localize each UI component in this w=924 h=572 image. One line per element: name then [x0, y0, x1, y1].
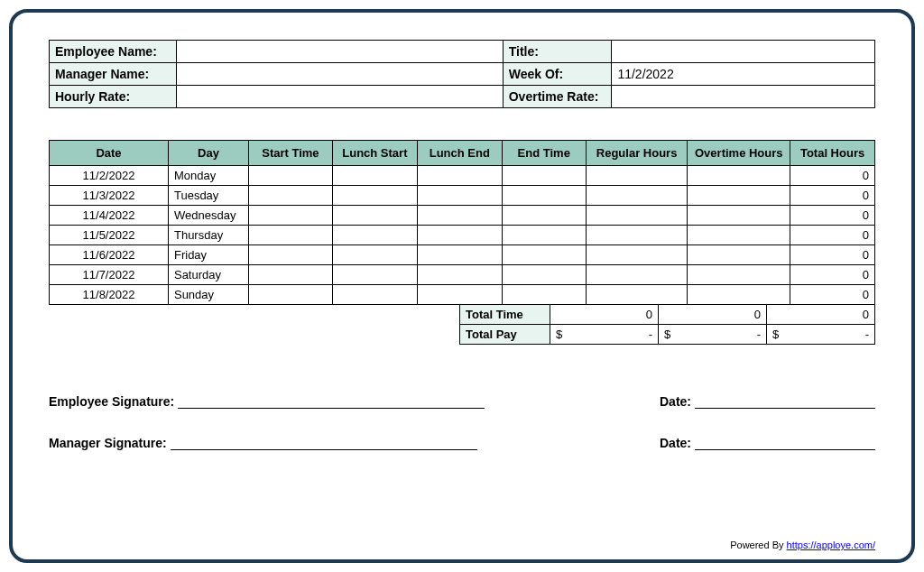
lunch-end-cell[interactable] — [417, 206, 502, 226]
lunch-end-cell[interactable] — [417, 226, 502, 245]
overtime-cell — [688, 265, 790, 285]
start-cell[interactable] — [248, 265, 332, 285]
date-cell: 11/5/2022 — [50, 226, 169, 245]
title-label: Title: — [503, 41, 612, 63]
col-end-header: End Time — [502, 141, 586, 166]
title-value[interactable] — [612, 41, 875, 63]
total-pay-row: Total Pay $- $- $- — [460, 325, 875, 345]
day-cell: Tuesday — [168, 186, 248, 206]
start-cell[interactable] — [248, 186, 332, 206]
lunch-start-cell[interactable] — [332, 166, 417, 186]
lunch-start-cell[interactable] — [332, 186, 417, 206]
date-cell: 11/3/2022 — [50, 186, 169, 206]
end-cell[interactable] — [502, 265, 586, 285]
col-start-header: Start Time — [248, 141, 332, 166]
total-time-row: Total Time 0 0 0 — [460, 305, 875, 325]
total-pay-total: $- — [767, 325, 875, 345]
date-cell: 11/2/2022 — [50, 166, 169, 186]
header-row-2: Manager Name: Week Of: 11/2/2022 — [50, 63, 875, 86]
footer: Powered By https://apploye.com/ — [730, 540, 875, 550]
timesheet-header-row: Date Day Start Time Lunch Start Lunch En… — [50, 141, 875, 166]
day-cell: Friday — [168, 245, 248, 265]
manager-name-label: Manager Name: — [50, 63, 177, 86]
table-row: 11/3/2022 Tuesday 0 — [50, 186, 875, 206]
totals-table: Total Time 0 0 0 Total Pay $- $- $- — [459, 304, 875, 345]
week-of-label: Week Of: — [503, 63, 612, 86]
overtime-cell — [688, 166, 790, 186]
overtime-rate-value[interactable] — [612, 86, 875, 108]
regular-cell — [586, 285, 688, 305]
total-pay-label: Total Pay — [460, 325, 550, 345]
end-cell[interactable] — [502, 226, 586, 245]
date-cell: 11/8/2022 — [50, 285, 169, 305]
total-pay-regular: $- — [550, 325, 659, 345]
overtime-cell — [688, 226, 790, 245]
table-row: 11/8/2022 Sunday 0 — [50, 285, 875, 305]
hourly-rate-label: Hourly Rate: — [50, 86, 177, 108]
end-cell[interactable] — [502, 285, 586, 305]
employee-signature-line[interactable] — [178, 408, 485, 409]
lunch-end-cell[interactable] — [417, 285, 502, 305]
total-cell: 0 — [790, 265, 875, 285]
manager-signature-label: Manager Signature: — [49, 436, 167, 450]
start-cell[interactable] — [248, 166, 332, 186]
date-cell: 11/7/2022 — [50, 265, 169, 285]
total-cell: 0 — [790, 166, 875, 186]
regular-cell — [586, 265, 688, 285]
manager-signature-row: Manager Signature: Date: — [49, 436, 875, 450]
lunch-end-cell[interactable] — [417, 265, 502, 285]
total-time-total: 0 — [767, 305, 875, 325]
start-cell[interactable] — [248, 245, 332, 265]
end-cell[interactable] — [502, 166, 586, 186]
manager-date-label: Date: — [660, 436, 691, 450]
end-cell[interactable] — [502, 186, 586, 206]
employee-name-value[interactable] — [176, 41, 503, 63]
end-cell[interactable] — [502, 206, 586, 226]
regular-cell — [586, 245, 688, 265]
hourly-rate-value[interactable] — [176, 86, 503, 108]
employee-signature-row: Employee Signature: Date: — [49, 394, 875, 409]
manager-name-value[interactable] — [176, 63, 503, 86]
regular-cell — [586, 186, 688, 206]
table-row: 11/2/2022 Monday 0 — [50, 166, 875, 186]
lunch-end-cell[interactable] — [417, 245, 502, 265]
day-cell: Monday — [168, 166, 248, 186]
col-day-header: Day — [168, 141, 248, 166]
timesheet-document: Employee Name: Title: Manager Name: Week… — [9, 9, 915, 563]
total-cell: 0 — [790, 206, 875, 226]
total-cell: 0 — [790, 226, 875, 245]
lunch-start-cell[interactable] — [332, 226, 417, 245]
date-cell: 11/4/2022 — [50, 206, 169, 226]
lunch-start-cell[interactable] — [332, 245, 417, 265]
lunch-start-cell[interactable] — [332, 206, 417, 226]
start-cell[interactable] — [248, 285, 332, 305]
col-regular-header: Regular Hours — [586, 141, 688, 166]
end-cell[interactable] — [502, 245, 586, 265]
footer-link[interactable]: https://apploye.com/ — [787, 540, 875, 550]
day-cell: Saturday — [168, 265, 248, 285]
employee-date-line[interactable] — [695, 408, 875, 409]
signature-section: Employee Signature: Date: Manager Signat… — [49, 394, 875, 450]
overtime-cell — [688, 245, 790, 265]
total-time-overtime: 0 — [659, 305, 767, 325]
week-of-value[interactable]: 11/2/2022 — [612, 63, 875, 86]
overtime-cell — [688, 186, 790, 206]
lunch-end-cell[interactable] — [417, 166, 502, 186]
manager-signature-line[interactable] — [171, 449, 477, 450]
header-row-1: Employee Name: Title: — [50, 41, 875, 63]
manager-date-line[interactable] — [695, 449, 875, 450]
day-cell: Sunday — [168, 285, 248, 305]
table-row: 11/5/2022 Thursday 0 — [50, 226, 875, 245]
lunch-end-cell[interactable] — [417, 186, 502, 206]
col-lunch-start-header: Lunch Start — [332, 141, 417, 166]
lunch-start-cell[interactable] — [332, 265, 417, 285]
table-row: 11/6/2022 Friday 0 — [50, 245, 875, 265]
total-cell: 0 — [790, 186, 875, 206]
powered-by-text: Powered By — [730, 540, 786, 550]
start-cell[interactable] — [248, 226, 332, 245]
lunch-start-cell[interactable] — [332, 285, 417, 305]
start-cell[interactable] — [248, 206, 332, 226]
total-pay-overtime: $- — [659, 325, 767, 345]
total-time-regular: 0 — [550, 305, 659, 325]
regular-cell — [586, 226, 688, 245]
